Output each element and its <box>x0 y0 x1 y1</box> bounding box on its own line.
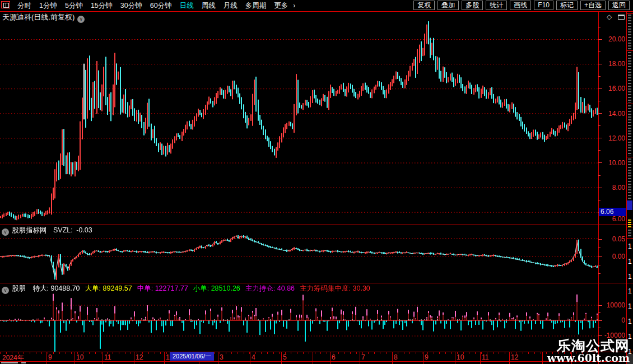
x-axis-separator-lower <box>360 362 360 364</box>
y-axis-label: 10.00 <box>608 159 625 167</box>
panel-separator-2 <box>0 283 633 283</box>
diamond-icon[interactable]: ◇ <box>607 13 612 21</box>
toolbar-period-item[interactable]: 日线 <box>180 0 194 11</box>
toolbar-divider <box>0 11 633 12</box>
x-axis-separator <box>164 352 165 361</box>
fund-stat-label: 主力持仓: <box>245 284 277 292</box>
sidebar-digit: 1 <box>628 242 632 250</box>
x-axis-separator-lower <box>509 362 510 364</box>
axis-tick <box>598 113 602 114</box>
fund-stat: 特大: 90488.70 <box>32 284 80 292</box>
fund-flow-bar-chart[interactable] <box>0 293 598 352</box>
axis-tick <box>598 101 601 101</box>
fund-stat: 中单: 122717.77 <box>137 284 188 292</box>
crosshair-date-tag: 2025/01/06/一 <box>170 352 214 361</box>
toolbar-button[interactable]: 多股 <box>462 1 483 10</box>
x-axis-label: 9 <box>425 353 429 361</box>
axis-tick <box>598 312 601 313</box>
watermark: 乐淘公式网 www.60lt.com <box>547 338 630 363</box>
axis-tick <box>598 27 601 27</box>
x-axis-separator-lower <box>313 362 313 364</box>
sidebar-blue-marker <box>627 200 632 210</box>
more-arrow-icon[interactable]: › <box>293 0 295 11</box>
toolbar-button[interactable]: 标记 <box>556 1 578 10</box>
toolbar-period-item[interactable]: 多周期 <box>245 0 267 11</box>
axis-tick <box>598 200 601 200</box>
axis-tick <box>598 239 602 240</box>
svzl-collapse-icon[interactable]: ∨ <box>2 228 9 236</box>
fund-stat-label: 主力筹码集中度: <box>300 284 352 292</box>
axis-tick <box>598 320 602 321</box>
x-axis-separator-lower <box>480 362 481 364</box>
axis-tick <box>598 138 602 138</box>
toolbar-button[interactable]: 画线 <box>510 1 531 10</box>
axis-tick <box>598 256 602 257</box>
toolbar-period-item[interactable]: 15分钟 <box>91 0 113 11</box>
toolbar-period-item[interactable]: 30分钟 <box>120 0 142 11</box>
fund-stat-value: 40.86 <box>277 284 295 292</box>
x-axis-label: 11 <box>482 353 488 361</box>
x-axis-label: 1 <box>166 353 170 361</box>
x-axis-separator-lower <box>250 362 250 364</box>
axis-tick <box>598 76 601 77</box>
toolbar-period-item[interactable]: 60分钟 <box>150 0 172 11</box>
toolbar-period-item[interactable]: 更多 <box>274 0 288 11</box>
toolbar-period-item[interactable]: 分时 <box>17 0 31 11</box>
toolbar-button-group: 复权叠加多股统计画线F10标记+自选返回 <box>413 1 630 10</box>
sidebar-separator <box>627 13 633 14</box>
fund-stat-label: 中单: <box>137 284 155 292</box>
sidebar-clipped-text-1 <box>628 15 631 49</box>
toolbar-button[interactable]: 复权 <box>413 1 435 10</box>
y-axis-label: 0.05 <box>612 235 625 243</box>
fund-stat: 大单: 89249.57 <box>85 284 132 292</box>
x-axis-label: 5 <box>283 353 287 361</box>
x-axis-separator <box>423 352 423 361</box>
trading-app-window: 分时1分钟5分钟15分钟30分钟60分钟日线周线月线多周期更多› 复权叠加多股统… <box>0 0 633 364</box>
x-axis-separator <box>455 352 455 361</box>
toolbar-button[interactable]: F10 <box>534 1 553 10</box>
period-tab-list: 分时1分钟5分钟15分钟30分钟60分钟日线周线月线多周期更多› <box>13 0 295 11</box>
y-axis-label: 10000 <box>607 301 625 309</box>
axis-tick <box>598 150 601 151</box>
x-axis-separator <box>134 352 134 361</box>
toolbar-period-item[interactable]: 5分钟 <box>65 0 83 11</box>
fund-stat-value: 28510.26 <box>211 284 240 292</box>
x-axis-separator <box>330 352 331 361</box>
x-axis-separator-lower <box>281 362 282 364</box>
x-axis-label: 10 <box>457 353 464 361</box>
sidebar-digit: 1 <box>628 302 632 310</box>
window-icon[interactable] <box>618 15 625 20</box>
fund-stat-value: 122717.77 <box>155 284 188 292</box>
toolbar-button[interactable]: 返回 <box>608 1 630 10</box>
axis-tick <box>598 305 602 306</box>
fund-collapse-icon[interactable]: ∨ <box>2 287 9 294</box>
stock-title: 天源迪科(日线.前复权) <box>2 13 75 21</box>
y-axis-label: 14.00 <box>608 110 625 118</box>
toolbar-button[interactable]: 叠加 <box>437 1 459 10</box>
x-axis-separator <box>392 352 393 361</box>
toolbar-period-item[interactable]: 1分钟 <box>39 0 57 11</box>
y-axis-label: 16.00 <box>608 85 625 92</box>
sidebar-digit: 1 <box>628 273 632 281</box>
toolbar-button[interactable]: +自选 <box>580 1 606 10</box>
main-candlestick-chart[interactable] <box>0 21 598 222</box>
x-axis-separator <box>360 352 360 361</box>
x-axis-separator <box>250 352 250 361</box>
toolbar-button[interactable]: 统计 <box>486 1 507 10</box>
sidebar-separator <box>627 238 633 239</box>
fund-stat: 主力筹码集中度: 30.30 <box>300 284 370 292</box>
sidebar-clipped-text-3 <box>628 105 631 156</box>
x-axis-separator-lower <box>542 362 543 364</box>
fund-source-label: 股朋 <box>12 284 26 292</box>
y-axis-label: 12.00 <box>608 134 625 142</box>
svzl-indicator-chart[interactable] <box>0 235 598 281</box>
watermark-line1: 乐淘公式网 <box>547 338 630 353</box>
x-axis-separator-lower <box>103 362 103 364</box>
toolbar-period-item[interactable]: 周线 <box>202 0 216 11</box>
x-axis-separator-lower <box>199 362 199 364</box>
fund-stat-value: 89249.57 <box>103 284 132 292</box>
toolbar-period-item[interactable]: 月线 <box>224 0 238 11</box>
sidebar-clipped-text-4 <box>628 158 631 199</box>
layout-split-icon[interactable] <box>1 1 10 8</box>
period-toolbar: 分时1分钟5分钟15分钟30分钟60分钟日线周线月线多周期更多› 复权叠加多股统… <box>0 0 633 11</box>
